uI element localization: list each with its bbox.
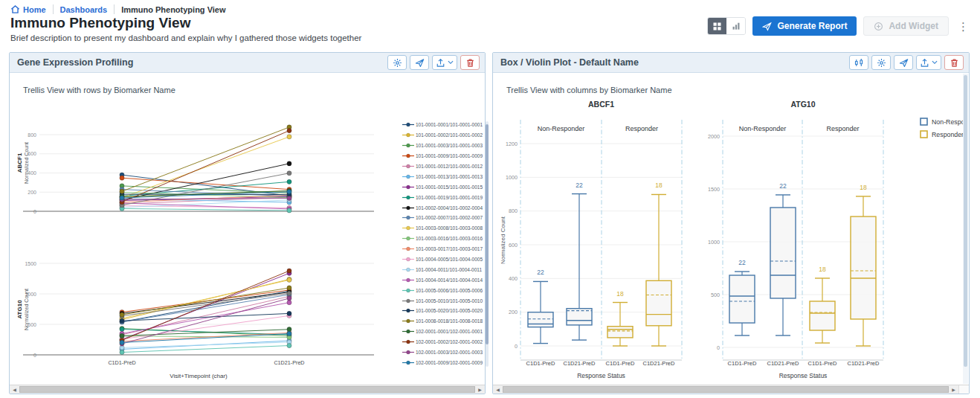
generate-report-button[interactable]: Generate Report — [752, 16, 857, 36]
legend-item[interactable]: 101-0004-0011/101-0004-0011 — [402, 264, 484, 275]
scrollbar-corner — [958, 385, 969, 394]
trellis-column-label: Non-Responder — [538, 125, 585, 132]
legend-item[interactable]: 101-0005-0020/101-0005-0020 — [402, 306, 484, 316]
legend-label: 101-0003-0016/101-0003-0016 — [416, 236, 483, 241]
legend-item[interactable]: 101-0001-0019/101-0001-0019 — [402, 192, 484, 202]
legend-item[interactable]: 101-0001-0001/101-0001-0001 — [402, 120, 484, 130]
scrollbar-thumb[interactable] — [503, 386, 949, 393]
legend-scrollbar[interactable] — [486, 121, 489, 367]
page-title: Immuno Phenotyping View — [10, 15, 190, 31]
series-line[interactable] — [120, 196, 291, 351]
legend-item[interactable]: Non-Responder — [921, 118, 966, 126]
legend-label: 101-0001-0002/101-0001-0002 — [416, 132, 483, 138]
send-button[interactable] — [410, 55, 429, 70]
box-plot[interactable] — [729, 272, 755, 336]
legend-item[interactable]: 101-0001-0002/101-0001-0002 — [402, 130, 484, 141]
legend-swatch — [402, 132, 414, 138]
delete-button[interactable] — [944, 55, 964, 70]
box-plot[interactable] — [528, 281, 553, 343]
series-line[interactable] — [120, 161, 291, 316]
svg-text:Response Status: Response Status — [779, 372, 828, 379]
legend-item[interactable]: 101-0004-0005/101-0004-0005 — [402, 254, 484, 265]
svg-text:C1D1-PreD: C1D1-PreD — [526, 360, 555, 367]
legend-label: 101-0001-0009/101-0001-0009 — [416, 153, 483, 158]
legend-item[interactable]: 101-0005-0010/101-0005-0010 — [402, 295, 484, 306]
svg-text:C1D21-PreD: C1D21-PreD — [643, 360, 676, 367]
horizontal-scrollbar: ◀ ▶ — [493, 385, 969, 394]
svg-text:0: 0 — [717, 344, 720, 351]
kebab-menu-icon[interactable]: ⋮ — [955, 21, 971, 32]
legend-item[interactable]: 101-0002-0007/101-0002-0007 — [402, 213, 484, 223]
legend-label: 101-0004-0005/101-0004-0005 — [416, 257, 483, 262]
widget-gene-expression: Gene Expression Profiling Trellis View w… — [9, 52, 486, 394]
chart-type-button[interactable] — [849, 55, 868, 70]
scrollbar-thumb[interactable] — [19, 386, 475, 393]
legend-item[interactable]: 102-0001-0001/102-0001-0001 — [402, 327, 484, 337]
legend-item[interactable]: 101-0001-0013/101-0001-0013 — [402, 171, 484, 182]
home-icon — [10, 4, 20, 14]
export-button[interactable] — [432, 55, 457, 70]
legend-item[interactable]: 101-0003-0017/101-0003-0017 — [402, 244, 484, 254]
svg-text:C1D1-PreD: C1D1-PreD — [606, 360, 635, 367]
legend-item[interactable]: 101-0002-0004/101-0002-0004 — [402, 202, 484, 213]
breadcrumb-home[interactable]: Home — [10, 4, 46, 14]
legend-item[interactable]: 102-0001-0002/102-0001-0002 — [402, 337, 484, 347]
legend-item[interactable]: 102-0001-0003/102-0001-0003 — [402, 347, 484, 358]
svg-text:C1D1-PreD: C1D1-PreD — [808, 360, 837, 367]
legend-item[interactable]: 101-0008-0018/101-0008-0018 — [402, 316, 484, 327]
settings-button[interactable] — [387, 55, 407, 70]
legend-swatch — [402, 142, 414, 149]
svg-text:C1D1-PreD: C1D1-PreD — [728, 360, 757, 367]
box-plot[interactable] — [567, 194, 592, 341]
scroll-left-arrow[interactable]: ◀ — [10, 385, 19, 394]
svg-text:Responder: Responder — [932, 131, 964, 138]
series-line[interactable] — [120, 135, 291, 321]
legend-item[interactable]: Responder — [921, 131, 964, 138]
chart-view-button[interactable] — [726, 18, 745, 34]
svg-text:600: 600 — [28, 151, 36, 156]
svg-text:2000: 2000 — [708, 133, 720, 140]
box-plot[interactable] — [810, 278, 835, 343]
legend-swatch — [402, 235, 414, 242]
export-button[interactable] — [916, 55, 941, 70]
legend-item[interactable]: 102-0001-0009/102-0001-0009 — [402, 357, 484, 367]
box-plot[interactable] — [607, 303, 633, 346]
legend-item[interactable]: 101-0003-0016/101-0003-0016 — [402, 234, 484, 244]
page-description: Brief description to present my dashboar… — [10, 33, 361, 42]
page-actions: Generate Report Add Widget ⋮ — [707, 16, 971, 36]
scroll-left-arrow[interactable]: ◀ — [493, 385, 503, 394]
legend-item[interactable]: 101-0003-0008/101-0003-0008 — [402, 223, 484, 234]
box-plot[interactable] — [646, 194, 671, 346]
legend-item[interactable]: 101-0001-0015/101-0001-0015 — [402, 182, 484, 192]
widget-title: Box / Violin Plot - Default Name — [500, 57, 639, 68]
scroll-right-arrow[interactable]: ▶ — [475, 385, 485, 394]
legend-item[interactable]: 101-0001-0012/101-0001-0012 — [402, 161, 484, 172]
add-widget-button[interactable]: Add Widget — [863, 16, 949, 36]
vertical-scrollbar-thumb[interactable] — [964, 75, 967, 367]
series-line[interactable] — [120, 195, 291, 337]
legend-item[interactable]: 101-0005-0006/101-0005-0006 — [402, 285, 484, 295]
settings-button[interactable] — [871, 55, 891, 70]
svg-text:Normalized Count: Normalized Count — [24, 289, 29, 330]
legend-scrollbar-thumb[interactable] — [486, 124, 489, 344]
legend-item[interactable]: 101-0001-0003/101-0001-0003 — [402, 141, 484, 151]
series-line[interactable] — [120, 190, 291, 345]
scroll-right-arrow[interactable]: ▶ — [949, 385, 958, 394]
legend-item[interactable]: 101-0001-0009/101-0001-0009 — [402, 151, 484, 161]
widget-box-violin-header: Box / Violin Plot - Default Name — [493, 53, 969, 73]
legend-item[interactable]: 101-0004-0014/101-0004-0014 — [402, 275, 484, 285]
legend-swatch — [402, 328, 414, 335]
legend-swatch — [402, 307, 414, 314]
box-plot[interactable] — [851, 196, 876, 346]
grid-view-button[interactable] — [708, 18, 726, 34]
breadcrumb-separator — [53, 4, 54, 14]
delete-icon — [465, 58, 475, 68]
send-button[interactable] — [894, 55, 913, 70]
series-line[interactable] — [120, 196, 291, 346]
breadcrumb-dashboards[interactable]: Dashboards — [60, 5, 108, 14]
box-plot[interactable] — [770, 195, 796, 336]
vertical-scrollbar[interactable] — [963, 74, 968, 384]
delete-button[interactable] — [460, 55, 480, 70]
send-icon — [415, 58, 425, 68]
legend-swatch — [402, 318, 414, 324]
